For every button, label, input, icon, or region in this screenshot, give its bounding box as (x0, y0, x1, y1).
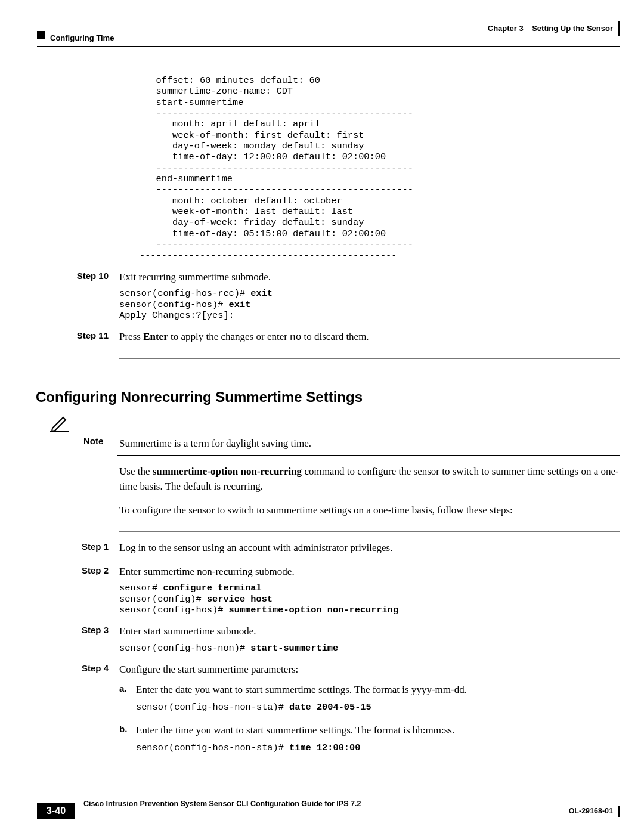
header-chapter: Chapter 3 Setting Up the Sensor (488, 24, 613, 33)
step-4-label: Step 4 (36, 662, 119, 753)
s11-suf: to discard them. (301, 331, 369, 342)
step-3-body: Enter start summertime submode. sensor(c… (119, 624, 620, 654)
note-label: Note (83, 436, 103, 446)
step-3-text: Enter start summertime submode. (119, 625, 256, 637)
step-10-label: Step 10 (36, 270, 119, 321)
step-3-code: sensor(config-hos-non)# start-summertime (119, 643, 620, 654)
step-10-code: sensor(config-hos-rec)# exit sensor(conf… (119, 288, 620, 321)
step-2-text: Enter summertime non-recurring submode. (119, 566, 295, 577)
code-output-block: offset: 60 minutes default: 60 summertim… (140, 75, 620, 261)
step-4-body: Configure the start summertime parameter… (119, 662, 620, 753)
note-text: Summertime is a term for daylight saving… (119, 438, 311, 449)
header-box-icon (37, 31, 45, 39)
s11-mid: to apply the changes or enter (168, 331, 290, 342)
footer-rule (78, 798, 620, 798)
step-4b-text: Enter the time you want to start summert… (136, 724, 454, 736)
header-section: Configuring Time (50, 33, 114, 42)
note-rule-top (83, 433, 119, 433)
step-4b-body: Enter the time you want to start summert… (136, 723, 620, 754)
chapter-title: Setting Up the Sensor (532, 24, 613, 33)
step-2-row: Step 2 Enter summertime non-recurring su… (36, 564, 620, 616)
step-4b-row: b. Enter the time you want to start summ… (119, 723, 620, 754)
step-1-label: Step 1 (36, 540, 119, 556)
note-pencil-icon (36, 415, 83, 434)
step-4a-label: a. (119, 682, 136, 713)
step-10-body: Exit recurring summertime submode. senso… (119, 270, 620, 321)
heading-nonrecurring: Configuring Nonrecurring Summertime Sett… (36, 389, 620, 405)
note-rule-top2 (117, 433, 620, 433)
s11-no: no (290, 332, 301, 343)
content-area: offset: 60 minutes default: 60 summertim… (36, 72, 620, 785)
step-4a-row: a. Enter the date you want to start summ… (119, 682, 620, 713)
intro-paragraph-2: To configure the sensor to switch to sum… (119, 503, 620, 518)
step-11-body: Press Enter to apply the changes or ente… (119, 329, 620, 345)
step-3-row: Step 3 Enter start summertime submode. s… (36, 624, 620, 654)
step-4-row: Step 4 Configure the start summertime pa… (36, 662, 620, 753)
header-rule (37, 46, 620, 47)
s11-pre: Press (119, 331, 143, 342)
step-4a-body: Enter the date you want to start summert… (136, 682, 620, 713)
footer-page-number: 3-40 (37, 803, 75, 819)
p1-cmd: summertime-option non-recurring (153, 466, 302, 477)
step-11-row: Step 11 Press Enter to apply the changes… (36, 329, 620, 345)
note-row: Note Summertime is a term for daylight s… (36, 415, 620, 456)
step-1-body: Log in to the sensor using an account wi… (119, 540, 620, 556)
step-11-label: Step 11 (36, 329, 119, 345)
header-accent-bar (618, 21, 620, 36)
step-2-body: Enter summertime non-recurring submode. … (119, 564, 620, 616)
note-label-col: Note (83, 415, 119, 446)
footer-accent-bar (618, 806, 620, 817)
section-end-rule (119, 358, 620, 359)
s11-enter: Enter (143, 331, 168, 342)
step-2-label: Step 2 (36, 564, 119, 616)
footer-guide-title: Cisco Intrusion Prevention System Sensor… (83, 800, 361, 808)
step-4a-text: Enter the date you want to start summert… (136, 684, 467, 695)
step-4b-label: b. (119, 723, 136, 754)
note-body: Summertime is a term for daylight saving… (119, 415, 620, 456)
step-4-text: Configure the start summertime parameter… (119, 664, 298, 675)
step-3-label: Step 3 (36, 624, 119, 654)
s4a-pre: sensor(config-hos-non-sta)# (136, 702, 289, 713)
page: Chapter 3 Setting Up the Sensor Configur… (0, 0, 644, 833)
step-4b-code: sensor(config-hos-non-sta)# time 12:00:0… (136, 742, 620, 753)
p1-pre: Use the (119, 466, 153, 477)
footer-doc-id: OL-29168-01 (569, 807, 613, 815)
intro-paragraph-1: Use the summertime-option non-recurring … (119, 464, 620, 494)
s4b-bold: time 12:00:00 (289, 742, 360, 753)
steps-start-rule (119, 531, 620, 532)
chapter-ref: Chapter 3 (488, 24, 524, 33)
s4a-bold: date 2004-05-15 (289, 702, 371, 713)
note-rule-bottom (117, 455, 620, 456)
s4b-pre: sensor(config-hos-non-sta)# (136, 742, 289, 753)
step-1-row: Step 1 Log in to the sensor using an acc… (36, 540, 620, 556)
step-2-code: sensor# configure terminal sensor(config… (119, 583, 620, 615)
step-10-row: Step 10 Exit recurring summertime submod… (36, 270, 620, 321)
step-4a-code: sensor(config-hos-non-sta)# date 2004-05… (136, 702, 620, 713)
step-10-text: Exit recurring summertime submode. (119, 271, 271, 283)
